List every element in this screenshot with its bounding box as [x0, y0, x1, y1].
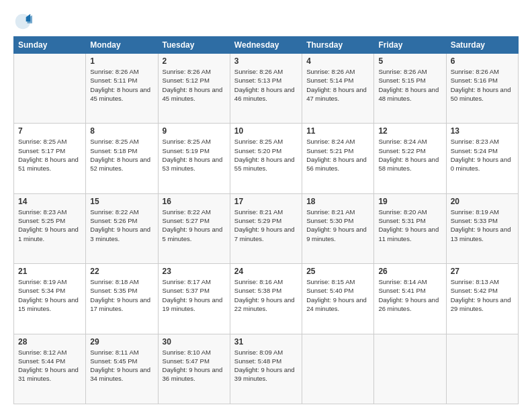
header-row: SundayMondayTuesdayWednesdayThursdayFrid…: [14, 37, 519, 54]
day-number: 23: [163, 267, 226, 276]
logo-icon: [13, 12, 32, 31]
day-info: Sunrise: 8:26 AMSunset: 5:15 PMDaylight:…: [378, 67, 441, 103]
day-number: 9: [163, 126, 226, 136]
calendar-cell: 4 Sunrise: 8:26 AMSunset: 5:14 PMDayligh…: [302, 54, 374, 124]
day-info: Sunrise: 8:26 AMSunset: 5:16 PMDaylight:…: [451, 67, 514, 103]
calendar-cell: 6 Sunrise: 8:26 AMSunset: 5:16 PMDayligh…: [446, 54, 518, 124]
calendar-cell: 7 Sunrise: 8:25 AMSunset: 5:17 PMDayligh…: [14, 124, 86, 193]
day-info: Sunrise: 8:21 AMSunset: 5:29 PMDaylight:…: [234, 208, 298, 243]
calendar-cell: [14, 54, 86, 124]
calendar-cell: 24 Sunrise: 8:16 AMSunset: 5:38 PMDaylig…: [230, 264, 302, 334]
day-info: Sunrise: 8:19 AMSunset: 5:34 PMDaylight:…: [18, 277, 81, 313]
calendar-cell: 31 Sunrise: 8:09 AMSunset: 5:48 PMDaylig…: [230, 334, 302, 404]
calendar-cell: 9 Sunrise: 8:25 AMSunset: 5:19 PMDayligh…: [158, 124, 230, 193]
day-info: Sunrise: 8:12 AMSunset: 5:44 PMDaylight:…: [18, 348, 81, 383]
day-info: Sunrise: 8:21 AMSunset: 5:30 PMDaylight:…: [306, 208, 369, 243]
day-info: Sunrise: 8:22 AMSunset: 5:27 PMDaylight:…: [163, 208, 226, 243]
day-info: Sunrise: 8:16 AMSunset: 5:38 PMDaylight:…: [234, 277, 298, 313]
calendar-cell: 18 Sunrise: 8:21 AMSunset: 5:30 PMDaylig…: [302, 193, 374, 263]
day-info: Sunrise: 8:20 AMSunset: 5:31 PMDaylight:…: [378, 208, 441, 243]
day-info: Sunrise: 8:23 AMSunset: 5:24 PMDaylight:…: [451, 137, 514, 173]
day-number: 27: [451, 267, 514, 276]
calendar-cell: 27 Sunrise: 8:13 AMSunset: 5:42 PMDaylig…: [446, 264, 518, 334]
calendar-cell: 10 Sunrise: 8:25 AMSunset: 5:20 PMDaylig…: [230, 124, 302, 193]
calendar-cell: 16 Sunrise: 8:22 AMSunset: 5:27 PMDaylig…: [158, 193, 230, 263]
calendar-cell: 1 Sunrise: 8:26 AMSunset: 5:11 PMDayligh…: [86, 54, 158, 124]
day-info: Sunrise: 8:11 AMSunset: 5:45 PMDaylight:…: [90, 348, 153, 383]
calendar-cell: 14 Sunrise: 8:23 AMSunset: 5:25 PMDaylig…: [14, 193, 86, 263]
day-number: 7: [18, 126, 81, 136]
day-number: 30: [163, 337, 226, 347]
day-number: 26: [378, 267, 441, 276]
day-number: 11: [306, 126, 369, 136]
day-number: 18: [306, 197, 369, 206]
day-number: 1: [90, 56, 153, 66]
calendar-cell: 22 Sunrise: 8:18 AMSunset: 5:35 PMDaylig…: [86, 264, 158, 334]
day-number: 21: [18, 267, 81, 276]
day-number: 16: [163, 197, 226, 206]
day-info: Sunrise: 8:13 AMSunset: 5:42 PMDaylight:…: [451, 277, 514, 313]
day-number: 4: [306, 56, 369, 66]
day-info: Sunrise: 8:19 AMSunset: 5:33 PMDaylight:…: [451, 208, 514, 243]
calendar-cell: 2 Sunrise: 8:26 AMSunset: 5:12 PMDayligh…: [158, 54, 230, 124]
calendar-cell: 3 Sunrise: 8:26 AMSunset: 5:13 PMDayligh…: [230, 54, 302, 124]
day-number: 10: [234, 126, 298, 136]
day-number: 25: [306, 267, 369, 276]
col-header-tuesday: Tuesday: [158, 37, 230, 54]
calendar-cell: 11 Sunrise: 8:24 AMSunset: 5:21 PMDaylig…: [302, 124, 374, 193]
calendar-cell: 28 Sunrise: 8:12 AMSunset: 5:44 PMDaylig…: [14, 334, 86, 404]
day-number: 22: [90, 267, 153, 276]
calendar-cell: [374, 334, 446, 404]
day-info: Sunrise: 8:25 AMSunset: 5:18 PMDaylight:…: [90, 137, 153, 173]
week-row-3: 21 Sunrise: 8:19 AMSunset: 5:34 PMDaylig…: [14, 264, 519, 334]
col-header-saturday: Saturday: [446, 37, 518, 54]
day-number: 19: [378, 197, 441, 206]
col-header-thursday: Thursday: [302, 37, 374, 54]
calendar-cell: 8 Sunrise: 8:25 AMSunset: 5:18 PMDayligh…: [86, 124, 158, 193]
calendar-cell: 30 Sunrise: 8:10 AMSunset: 5:47 PMDaylig…: [158, 334, 230, 404]
day-info: Sunrise: 8:25 AMSunset: 5:17 PMDaylight:…: [18, 137, 81, 173]
day-number: 17: [234, 197, 298, 206]
calendar-cell: 19 Sunrise: 8:20 AMSunset: 5:31 PMDaylig…: [374, 193, 446, 263]
day-number: 12: [378, 126, 441, 136]
calendar-cell: 29 Sunrise: 8:11 AMSunset: 5:45 PMDaylig…: [86, 334, 158, 404]
day-info: Sunrise: 8:25 AMSunset: 5:19 PMDaylight:…: [163, 137, 226, 173]
day-info: Sunrise: 8:24 AMSunset: 5:22 PMDaylight:…: [378, 137, 441, 173]
calendar-table: SundayMondayTuesdayWednesdayThursdayFrid…: [13, 36, 519, 404]
calendar-cell: 25 Sunrise: 8:15 AMSunset: 5:40 PMDaylig…: [302, 264, 374, 334]
day-info: Sunrise: 8:26 AMSunset: 5:14 PMDaylight:…: [306, 67, 369, 103]
day-number: 24: [234, 267, 298, 276]
day-info: Sunrise: 8:23 AMSunset: 5:25 PMDaylight:…: [18, 208, 81, 243]
day-number: 15: [90, 197, 153, 206]
day-number: 28: [18, 337, 81, 347]
day-number: 6: [451, 56, 514, 66]
logo: [13, 12, 35, 31]
day-number: 29: [90, 337, 153, 347]
day-info: Sunrise: 8:26 AMSunset: 5:11 PMDaylight:…: [90, 67, 153, 103]
day-info: Sunrise: 8:17 AMSunset: 5:37 PMDaylight:…: [163, 277, 226, 313]
day-number: 31: [234, 337, 298, 347]
col-header-wednesday: Wednesday: [230, 37, 302, 54]
calendar-cell: 23 Sunrise: 8:17 AMSunset: 5:37 PMDaylig…: [158, 264, 230, 334]
header: [13, 12, 519, 31]
day-number: 14: [18, 197, 81, 206]
day-info: Sunrise: 8:25 AMSunset: 5:20 PMDaylight:…: [234, 137, 298, 173]
day-info: Sunrise: 8:22 AMSunset: 5:26 PMDaylight:…: [90, 208, 153, 243]
calendar-cell: [302, 334, 374, 404]
day-info: Sunrise: 8:26 AMSunset: 5:13 PMDaylight:…: [234, 67, 298, 103]
day-number: 8: [90, 126, 153, 136]
calendar-cell: 20 Sunrise: 8:19 AMSunset: 5:33 PMDaylig…: [446, 193, 518, 263]
day-number: 13: [451, 126, 514, 136]
calendar-cell: 5 Sunrise: 8:26 AMSunset: 5:15 PMDayligh…: [374, 54, 446, 124]
day-info: Sunrise: 8:14 AMSunset: 5:41 PMDaylight:…: [378, 277, 441, 313]
calendar-cell: 15 Sunrise: 8:22 AMSunset: 5:26 PMDaylig…: [86, 193, 158, 263]
day-info: Sunrise: 8:09 AMSunset: 5:48 PMDaylight:…: [234, 348, 298, 383]
calendar-cell: 13 Sunrise: 8:23 AMSunset: 5:24 PMDaylig…: [446, 124, 518, 193]
day-info: Sunrise: 8:26 AMSunset: 5:12 PMDaylight:…: [163, 67, 226, 103]
day-info: Sunrise: 8:10 AMSunset: 5:47 PMDaylight:…: [163, 348, 226, 383]
week-row-2: 14 Sunrise: 8:23 AMSunset: 5:25 PMDaylig…: [14, 193, 519, 263]
week-row-0: 1 Sunrise: 8:26 AMSunset: 5:11 PMDayligh…: [14, 54, 519, 124]
week-row-4: 28 Sunrise: 8:12 AMSunset: 5:44 PMDaylig…: [14, 334, 519, 404]
day-number: 20: [451, 197, 514, 206]
calendar-cell: 12 Sunrise: 8:24 AMSunset: 5:22 PMDaylig…: [374, 124, 446, 193]
